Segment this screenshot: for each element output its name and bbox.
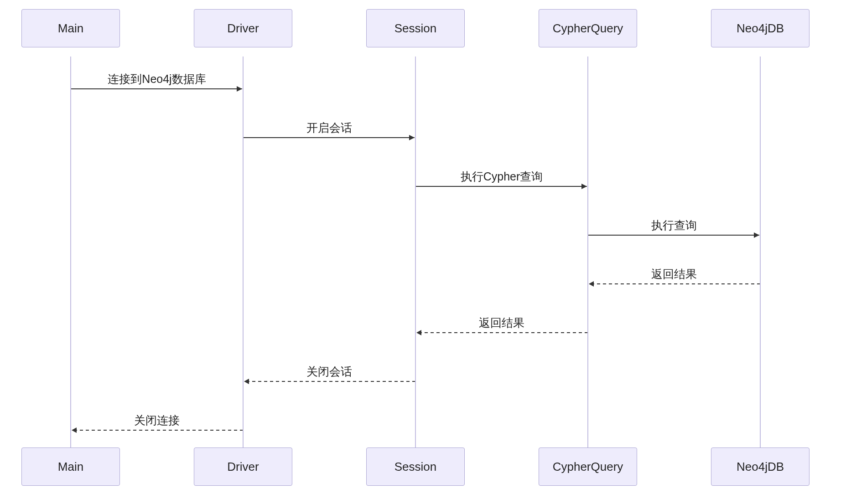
- participant-label: Session: [394, 21, 437, 36]
- participant-box-cypher-top: CypherQuery: [539, 9, 637, 47]
- participant-label: CypherQuery: [553, 460, 623, 474]
- participant-label: CypherQuery: [553, 21, 623, 36]
- participant-box-main-top: Main: [21, 9, 120, 47]
- lifeline-cypher: [587, 57, 588, 447]
- participant-box-main-bottom: Main: [21, 447, 120, 486]
- participant-box-cypher-bottom: CypherQuery: [539, 447, 637, 486]
- message-label-4: 返回结果: [651, 267, 697, 282]
- participant-label: Main: [58, 460, 83, 474]
- participant-label: Driver: [227, 21, 259, 36]
- lifeline-main: [70, 57, 71, 447]
- sequence-diagram: MainDriverSessionCypherQueryNeo4jDBMainD…: [9, 9, 842, 495]
- participant-label: Neo4jDB: [737, 21, 784, 36]
- message-label-3: 执行查询: [651, 218, 697, 233]
- participant-label: Driver: [227, 460, 259, 474]
- participant-label: Neo4jDB: [737, 460, 784, 474]
- participant-box-driver-bottom: Driver: [194, 447, 292, 486]
- message-label-5: 返回结果: [479, 315, 524, 330]
- participant-label: Main: [58, 21, 83, 36]
- participant-box-neo4j-bottom: Neo4jDB: [711, 447, 809, 486]
- lifeline-session: [415, 57, 416, 447]
- participant-box-session-bottom: Session: [366, 447, 465, 486]
- message-label-1: 开启会话: [306, 120, 352, 135]
- lifeline-neo4j: [760, 57, 761, 447]
- message-label-6: 关闭会话: [306, 364, 352, 379]
- message-label-7: 关闭连接: [134, 413, 180, 428]
- participant-box-session-top: Session: [366, 9, 465, 47]
- lifeline-driver: [243, 57, 244, 447]
- participant-label: Session: [394, 460, 437, 474]
- participant-box-driver-top: Driver: [194, 9, 292, 47]
- message-label-2: 执行Cypher查询: [461, 169, 543, 184]
- message-label-0: 连接到Neo4j数据库: [108, 72, 206, 87]
- participant-box-neo4j-top: Neo4jDB: [711, 9, 809, 47]
